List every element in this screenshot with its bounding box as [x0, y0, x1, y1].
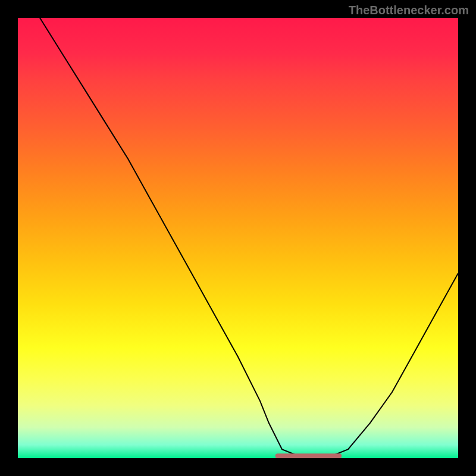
chart-plot-area — [18, 18, 458, 458]
chart-svg — [18, 18, 458, 458]
bottleneck-curve — [18, 18, 458, 458]
site-watermark: TheBottlenecker.com — [349, 4, 469, 17]
